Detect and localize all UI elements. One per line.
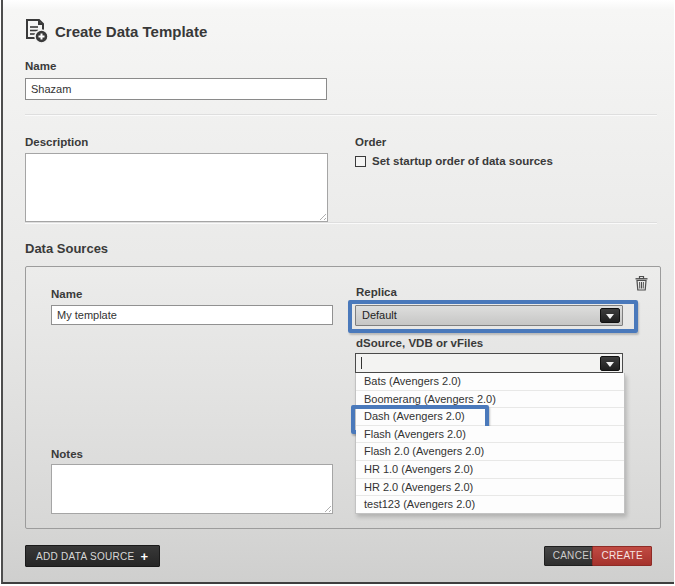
dropdown-option[interactable]: HR 2.0 (Avengers 2.0) [356,479,624,497]
divider [25,114,657,116]
source-name-input[interactable] [51,305,333,325]
description-textarea[interactable] [26,154,327,221]
replica-selected-value: Default [362,309,397,321]
dropdown-option[interactable]: Dash (Avengers 2.0) [356,408,624,426]
startup-order-checkbox[interactable] [355,156,366,167]
startup-order-checkbox-label: Set startup order of data sources [372,155,553,167]
dropdown-option[interactable]: Flash (Avengers 2.0) [356,426,624,444]
description-label: Description [25,136,88,148]
dsource-label: dSource, VDB or vFiles [356,337,483,349]
name-label: Name [25,60,56,72]
dsource-option-list: Bats (Avengers 2.0)Boomerang (Avengers 2… [355,373,625,514]
add-data-source-button[interactable]: ADD DATA SOURCE+ [25,545,160,567]
replica-label: Replica [356,286,397,298]
text-cursor [361,357,362,369]
template-name-input[interactable] [25,78,327,100]
chevron-down-icon[interactable] [600,356,620,371]
dropdown-option[interactable]: Bats (Avengers 2.0) [356,373,624,391]
dropdown-option[interactable]: test123 (Avengers 2.0) [356,496,624,513]
create-data-template-dialog: Create Data Template Name Description Or… [1,0,674,584]
dropdown-option[interactable]: Flash 2.0 (Avengers 2.0) [356,443,624,461]
data-source-card: Name Replica Default dSource, VDB or vFi… [25,266,661,529]
plus-icon: + [141,549,149,564]
notes-textarea[interactable] [52,465,332,513]
create-template-icon [23,18,49,44]
replica-select[interactable]: Default [355,305,623,326]
chevron-down-icon[interactable] [600,308,620,323]
dropdown-option[interactable]: HR 1.0 (Avengers 2.0) [356,461,624,479]
delete-data-source-icon[interactable] [635,275,648,291]
source-name-label: Name [51,288,82,300]
page-title: Create Data Template [55,23,207,40]
order-label: Order [355,136,386,148]
dsource-combobox[interactable] [355,353,623,373]
create-button[interactable]: CREATE [592,546,652,566]
data-sources-heading: Data Sources [25,241,108,256]
notes-label: Notes [51,448,83,460]
notes-textarea-wrap [51,464,333,514]
divider [25,222,657,224]
dropdown-option[interactable]: Boomerang (Avengers 2.0) [356,391,624,409]
description-textarea-wrap [25,153,328,222]
